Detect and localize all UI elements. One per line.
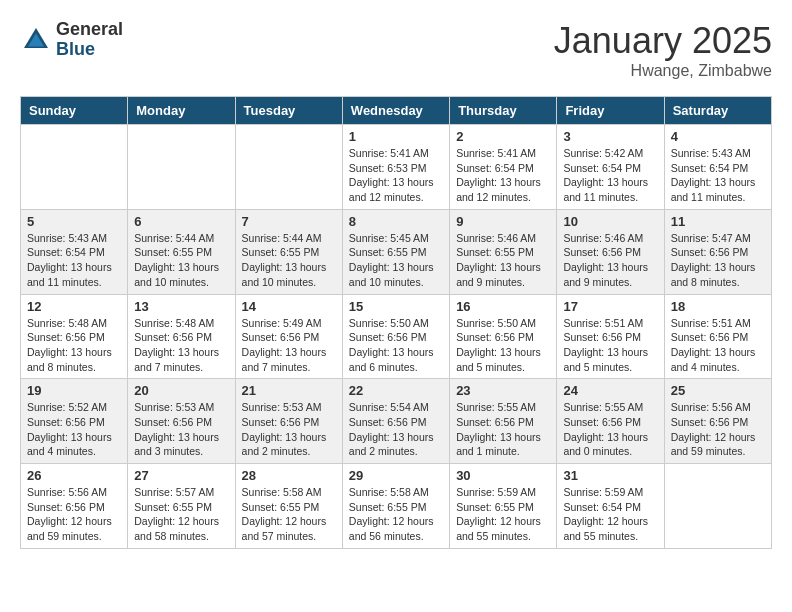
day-info: Sunrise: 5:49 AM Sunset: 6:56 PM Dayligh… — [242, 316, 336, 375]
day-number: 3 — [563, 129, 657, 144]
day-number: 21 — [242, 383, 336, 398]
weekday-header-tuesday: Tuesday — [235, 97, 342, 125]
calendar-cell: 20Sunrise: 5:53 AM Sunset: 6:56 PM Dayli… — [128, 379, 235, 464]
day-info: Sunrise: 5:59 AM Sunset: 6:55 PM Dayligh… — [456, 485, 550, 544]
day-info: Sunrise: 5:50 AM Sunset: 6:56 PM Dayligh… — [349, 316, 443, 375]
calendar-row-1: 1Sunrise: 5:41 AM Sunset: 6:53 PM Daylig… — [21, 125, 772, 210]
day-number: 7 — [242, 214, 336, 229]
day-info: Sunrise: 5:53 AM Sunset: 6:56 PM Dayligh… — [242, 400, 336, 459]
weekday-header-wednesday: Wednesday — [342, 97, 449, 125]
calendar-cell: 29Sunrise: 5:58 AM Sunset: 6:55 PM Dayli… — [342, 464, 449, 549]
day-info: Sunrise: 5:53 AM Sunset: 6:56 PM Dayligh… — [134, 400, 228, 459]
weekday-header-row: SundayMondayTuesdayWednesdayThursdayFrid… — [21, 97, 772, 125]
day-number: 28 — [242, 468, 336, 483]
calendar-cell: 31Sunrise: 5:59 AM Sunset: 6:54 PM Dayli… — [557, 464, 664, 549]
calendar-cell: 30Sunrise: 5:59 AM Sunset: 6:55 PM Dayli… — [450, 464, 557, 549]
logo-general-label: General — [56, 20, 123, 40]
day-number: 31 — [563, 468, 657, 483]
day-info: Sunrise: 5:45 AM Sunset: 6:55 PM Dayligh… — [349, 231, 443, 290]
calendar-cell: 25Sunrise: 5:56 AM Sunset: 6:56 PM Dayli… — [664, 379, 771, 464]
calendar-cell: 13Sunrise: 5:48 AM Sunset: 6:56 PM Dayli… — [128, 294, 235, 379]
day-info: Sunrise: 5:43 AM Sunset: 6:54 PM Dayligh… — [671, 146, 765, 205]
day-number: 24 — [563, 383, 657, 398]
day-number: 27 — [134, 468, 228, 483]
day-number: 11 — [671, 214, 765, 229]
calendar-cell: 10Sunrise: 5:46 AM Sunset: 6:56 PM Dayli… — [557, 209, 664, 294]
day-info: Sunrise: 5:55 AM Sunset: 6:56 PM Dayligh… — [563, 400, 657, 459]
day-number: 29 — [349, 468, 443, 483]
logo-icon — [20, 24, 52, 56]
calendar-cell: 3Sunrise: 5:42 AM Sunset: 6:54 PM Daylig… — [557, 125, 664, 210]
day-info: Sunrise: 5:58 AM Sunset: 6:55 PM Dayligh… — [349, 485, 443, 544]
calendar-cell: 14Sunrise: 5:49 AM Sunset: 6:56 PM Dayli… — [235, 294, 342, 379]
day-info: Sunrise: 5:51 AM Sunset: 6:56 PM Dayligh… — [563, 316, 657, 375]
day-info: Sunrise: 5:51 AM Sunset: 6:56 PM Dayligh… — [671, 316, 765, 375]
logo: General Blue — [20, 20, 123, 60]
calendar-cell: 11Sunrise: 5:47 AM Sunset: 6:56 PM Dayli… — [664, 209, 771, 294]
day-number: 5 — [27, 214, 121, 229]
day-number: 6 — [134, 214, 228, 229]
day-number: 12 — [27, 299, 121, 314]
calendar-row-3: 12Sunrise: 5:48 AM Sunset: 6:56 PM Dayli… — [21, 294, 772, 379]
calendar-cell — [235, 125, 342, 210]
day-number: 18 — [671, 299, 765, 314]
calendar-row-2: 5Sunrise: 5:43 AM Sunset: 6:54 PM Daylig… — [21, 209, 772, 294]
day-number: 30 — [456, 468, 550, 483]
calendar-cell: 9Sunrise: 5:46 AM Sunset: 6:55 PM Daylig… — [450, 209, 557, 294]
calendar-cell — [664, 464, 771, 549]
month-title: January 2025 — [554, 20, 772, 62]
day-info: Sunrise: 5:46 AM Sunset: 6:56 PM Dayligh… — [563, 231, 657, 290]
calendar-cell: 7Sunrise: 5:44 AM Sunset: 6:55 PM Daylig… — [235, 209, 342, 294]
calendar-cell: 17Sunrise: 5:51 AM Sunset: 6:56 PM Dayli… — [557, 294, 664, 379]
location-label: Hwange, Zimbabwe — [554, 62, 772, 80]
day-number: 13 — [134, 299, 228, 314]
calendar-cell: 8Sunrise: 5:45 AM Sunset: 6:55 PM Daylig… — [342, 209, 449, 294]
day-info: Sunrise: 5:47 AM Sunset: 6:56 PM Dayligh… — [671, 231, 765, 290]
calendar-cell: 2Sunrise: 5:41 AM Sunset: 6:54 PM Daylig… — [450, 125, 557, 210]
calendar-cell: 28Sunrise: 5:58 AM Sunset: 6:55 PM Dayli… — [235, 464, 342, 549]
day-info: Sunrise: 5:43 AM Sunset: 6:54 PM Dayligh… — [27, 231, 121, 290]
calendar-cell: 15Sunrise: 5:50 AM Sunset: 6:56 PM Dayli… — [342, 294, 449, 379]
calendar-cell: 4Sunrise: 5:43 AM Sunset: 6:54 PM Daylig… — [664, 125, 771, 210]
day-number: 25 — [671, 383, 765, 398]
calendar-cell: 22Sunrise: 5:54 AM Sunset: 6:56 PM Dayli… — [342, 379, 449, 464]
calendar-cell: 23Sunrise: 5:55 AM Sunset: 6:56 PM Dayli… — [450, 379, 557, 464]
calendar-cell: 27Sunrise: 5:57 AM Sunset: 6:55 PM Dayli… — [128, 464, 235, 549]
weekday-header-friday: Friday — [557, 97, 664, 125]
weekday-header-thursday: Thursday — [450, 97, 557, 125]
day-number: 16 — [456, 299, 550, 314]
calendar-cell — [21, 125, 128, 210]
day-info: Sunrise: 5:56 AM Sunset: 6:56 PM Dayligh… — [27, 485, 121, 544]
day-info: Sunrise: 5:55 AM Sunset: 6:56 PM Dayligh… — [456, 400, 550, 459]
page-header: General Blue January 2025 Hwange, Zimbab… — [20, 20, 772, 80]
calendar-cell: 19Sunrise: 5:52 AM Sunset: 6:56 PM Dayli… — [21, 379, 128, 464]
day-number: 17 — [563, 299, 657, 314]
day-number: 10 — [563, 214, 657, 229]
day-info: Sunrise: 5:57 AM Sunset: 6:55 PM Dayligh… — [134, 485, 228, 544]
calendar-cell: 6Sunrise: 5:44 AM Sunset: 6:55 PM Daylig… — [128, 209, 235, 294]
title-block: January 2025 Hwange, Zimbabwe — [554, 20, 772, 80]
day-number: 26 — [27, 468, 121, 483]
day-number: 4 — [671, 129, 765, 144]
day-number: 23 — [456, 383, 550, 398]
calendar-cell — [128, 125, 235, 210]
day-number: 22 — [349, 383, 443, 398]
day-info: Sunrise: 5:44 AM Sunset: 6:55 PM Dayligh… — [242, 231, 336, 290]
calendar-cell: 16Sunrise: 5:50 AM Sunset: 6:56 PM Dayli… — [450, 294, 557, 379]
calendar-row-5: 26Sunrise: 5:56 AM Sunset: 6:56 PM Dayli… — [21, 464, 772, 549]
day-number: 14 — [242, 299, 336, 314]
day-info: Sunrise: 5:48 AM Sunset: 6:56 PM Dayligh… — [27, 316, 121, 375]
day-number: 20 — [134, 383, 228, 398]
weekday-header-saturday: Saturday — [664, 97, 771, 125]
day-info: Sunrise: 5:44 AM Sunset: 6:55 PM Dayligh… — [134, 231, 228, 290]
day-number: 19 — [27, 383, 121, 398]
calendar-cell: 1Sunrise: 5:41 AM Sunset: 6:53 PM Daylig… — [342, 125, 449, 210]
day-info: Sunrise: 5:50 AM Sunset: 6:56 PM Dayligh… — [456, 316, 550, 375]
day-number: 9 — [456, 214, 550, 229]
day-info: Sunrise: 5:46 AM Sunset: 6:55 PM Dayligh… — [456, 231, 550, 290]
day-info: Sunrise: 5:58 AM Sunset: 6:55 PM Dayligh… — [242, 485, 336, 544]
calendar-cell: 12Sunrise: 5:48 AM Sunset: 6:56 PM Dayli… — [21, 294, 128, 379]
calendar-cell: 21Sunrise: 5:53 AM Sunset: 6:56 PM Dayli… — [235, 379, 342, 464]
calendar-cell: 24Sunrise: 5:55 AM Sunset: 6:56 PM Dayli… — [557, 379, 664, 464]
day-info: Sunrise: 5:48 AM Sunset: 6:56 PM Dayligh… — [134, 316, 228, 375]
